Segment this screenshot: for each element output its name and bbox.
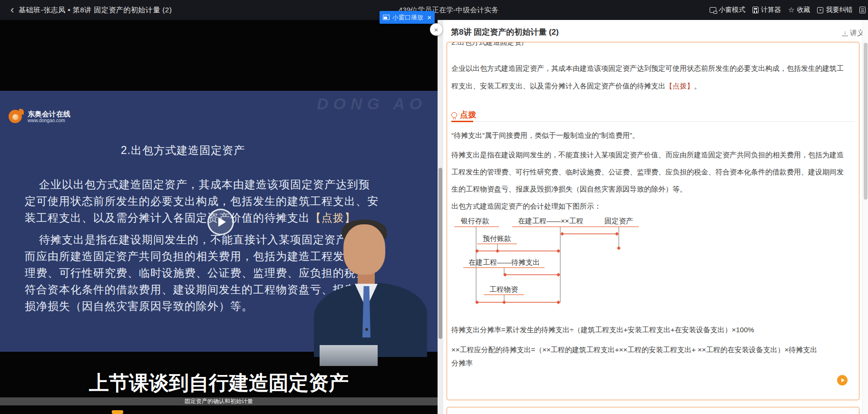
favorite-label: 收藏 [797,6,810,14]
play-icon [218,217,226,227]
slide-paragraph-line: 装工程支出、以及需分摊计入各固定资产价值的待摊支出【点拨】。 [25,210,367,226]
report-error-label: 我要纠错 [826,6,852,14]
handout-content-box[interactable]: 2.出包方式建造固定资产 企业以出包方式建造固定资产，其成本由建造该项固定资产达… [447,42,859,400]
notes-icon [859,7,866,13]
progress-marker [112,410,123,414]
handout-text-line: 待摊支出是指在建设期间发生的，不能直接计入某项固定资产价值、而应由所建造固定资产… [451,151,844,160]
play-from-here-icon [841,378,845,382]
allocation-rate-formula: 待摊支出分摊率=累计发生的待摊支出÷（建筑工程支出+安装工程支出+在安装设备支出… [451,326,754,335]
calculator-button[interactable]: 计算器 [752,6,781,14]
tip-divider [451,121,855,122]
slide-paragraph-line: 而应由所建造固定资产共同负担的相关费用，包括为建造工程发生的管 [25,248,379,265]
pip-playback-icon [383,15,390,20]
slide-paragraph-line: 符合资本化条件的借款费用、建设期间发生的工程物资盘亏、报废及毁 [25,281,379,298]
favorite-button[interactable]: ☆ 收藏 [788,6,810,14]
download-icon: ↓ [842,30,848,36]
report-error-button[interactable]: × 我要纠错 [817,6,852,14]
divider-scrollbar-track[interactable] [438,20,443,414]
app-window: ‹ 基础班-张志凤 • 第8讲 固定资产的初始计量 (2) 439位学员正在学-… [0,0,868,414]
pip-mode-label: 小窗模式 [719,6,745,14]
handout-text-line: 工程发生的管理费、可行性研究费、临时设施费、公证费、监理费、应负担的税金、符合资… [451,168,844,177]
handout-text-line: 企业以出包方式建造固定资产，其成本由建造该项固定资产达到预定可使用状态前所发生的… [451,64,844,73]
panel-scrollbar-thumb[interactable] [864,43,868,200]
handout-download-button[interactable]: ↓ 讲义 [842,29,864,38]
lightbulb-icon [451,112,457,118]
video-player[interactable]: DONG AO 东奥会计在线 www.dongao.com 2.出包方式建造固定… [0,20,438,414]
slide-paragraph-line: 待摊支出是指在建设期间发生的，不能直接计入某项固定资产价值、 [39,231,381,248]
account-prepayment: 预付账款 [483,234,511,242]
diagram-intro-line: 出包方式建造固定资产的会计处理如下图所示： [451,202,601,211]
panel-scrollbar-track[interactable] [862,20,868,414]
dongao-logo-name: 东奥会计在线 [28,110,70,118]
allocated-expense-formula: ××工程应分配的待摊支出=（××工程的建筑工程支出+××工程的安装工程支出+ ×… [451,346,817,355]
panel-title: 第8讲 固定资产的初始计量 (2) [451,27,559,38]
tip-divider-accent [451,121,473,122]
video-subtitle: 上节课谈到自行建造固定资产 [89,370,349,396]
t-account-diagram: 银行存款 在建工程——××工程 固定资产 预付账款 在建工程——待摊支出 工程物… [451,212,675,319]
handout-panel: 第8讲 固定资产的初始计量 (2) ↓ 讲义 2.出包方式建造固定资产 企业以出… [443,20,868,414]
calculator-label: 计算器 [761,6,781,14]
clipped-text-line: 2.出包方式建造固定资产 [451,42,529,47]
slide-paragraph-line: 定可使用状态前所发生的必要支出构成，包括发生的建筑工程支出、安 [25,193,379,210]
back-chevron-icon[interactable]: ‹ [10,5,14,15]
video-info-bar: 固定资产的确认和初始计量 [0,397,438,405]
top-bar-actions: 小窗模式 计算器 ☆ 收藏 × 我要纠错 [710,0,866,20]
play-from-here-button[interactable] [837,375,848,385]
report-error-icon: × [817,7,823,13]
star-icon: ☆ [788,7,794,13]
handout-text-line: “待摊支出”属于间接费用，类似于一般制造业的“制造费用”。 [451,131,639,140]
video-info-text: 固定资产的确认和初始计量 [185,397,253,405]
handout-text-line: 程支出、安装工程支出、以及需分摊计入各固定资产价值的待摊支出【点拨】。 [451,82,701,91]
pip-playback-popup[interactable]: 小窗口播放 × [380,11,435,24]
next-content-box [447,407,859,414]
account-bank-deposit: 银行存款 [460,217,489,225]
course-title: 基础班-张志凤 • 第8讲 固定资产的初始计量 (2) [19,6,172,15]
handout-text-line: 生的工程物资盘亏、报废及毁损净损失（因自然灾害原因导致的除外）等。 [451,185,687,194]
dongao-logo-icon [9,109,24,124]
dongao-logo-url: www.dongao.com [28,118,70,124]
dongao-watermark: DONG AO [317,95,427,113]
pip-mode-icon [710,7,716,13]
dianbo-ref-highlight: 【点拨】 [665,82,694,90]
notes-button[interactable] [859,7,866,13]
slide-paragraph-line: 理费、可行性研究费、临时设施费、公证费、监理费、应负担的税金、 [25,265,379,281]
slide-paragraph-line: 损净损失（因自然灾害原因导致的除外）等。 [25,298,253,315]
account-cip-pending: 在建工程——待摊支出 [468,258,540,266]
pip-mode-button[interactable]: 小窗模式 [710,6,745,14]
divider-scrollbar-thumb[interactable] [439,168,442,339]
tip-section-heading: 点拨 [451,109,476,120]
slide-paragraph-line: 企业以出包方式建造固定资产，其成本由建造该项固定资产达到预 [39,176,370,193]
dongao-logo: 东奥会计在线 www.dongao.com [9,109,70,124]
tip-heading-label: 点拨 [460,109,476,120]
account-cip-project: 在建工程——××工程 [518,217,584,225]
play-button[interactable] [207,209,234,235]
allocated-expense-formula-wrap: 分摊率 [451,359,473,368]
account-materials: 工程物资 [489,285,518,293]
slide-heading: 2.出包方式建造固定资产 [121,143,245,158]
popup-close-button[interactable]: × [430,23,442,36]
calculator-icon [752,7,759,13]
account-fixed-asset: 固定资产 [605,217,633,225]
pip-popup-close-icon[interactable]: × [427,14,431,21]
slide-dianbo-highlight: 【点拨】 [310,212,356,224]
pip-playback-label: 小窗口播放 [392,13,423,22]
